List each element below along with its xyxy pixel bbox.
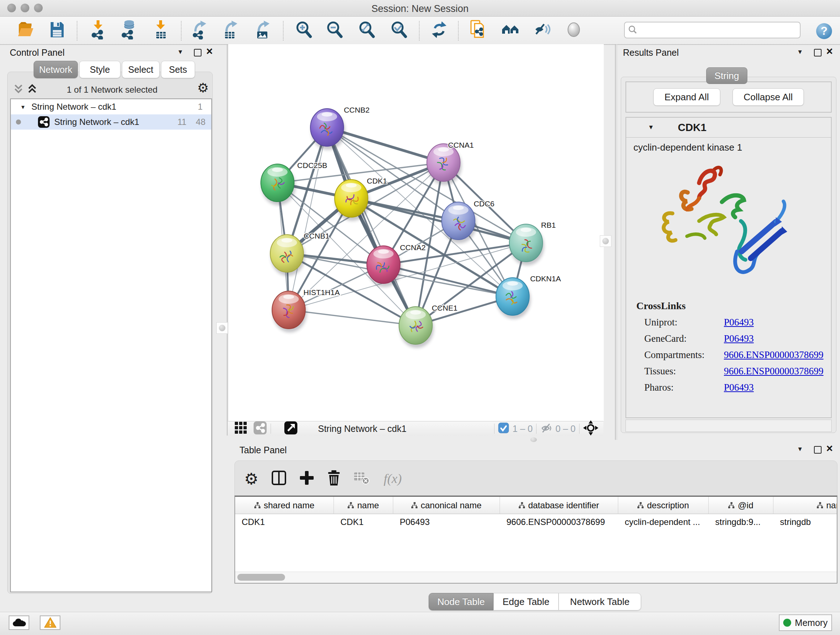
selected-nodes-checkbox[interactable] (498, 423, 509, 435)
function-builder-button[interactable]: f(x) (384, 471, 401, 486)
network-row-selected[interactable]: String Network – cdk1 11 48 (11, 114, 211, 130)
left-splitter-handle[interactable] (216, 322, 228, 334)
network-canvas[interactable]: CCNB2CCNA1CDC25BCDK1CDC6RB1CCNB1CCNA2CDK… (228, 44, 604, 421)
zoom-in-button[interactable] (294, 18, 314, 41)
network-edge[interactable] (351, 198, 526, 243)
network-node-cdkn1a[interactable]: CDKN1A (496, 274, 561, 319)
right-splitter[interactable] (615, 44, 616, 440)
hide-selected-button[interactable] (532, 18, 553, 41)
collapse-all-button[interactable]: Collapse All (733, 88, 804, 106)
column-header-name[interactable]: name (334, 497, 393, 514)
network-from-document-button[interactable] (468, 18, 488, 41)
disclosure-triangle-icon[interactable]: ▼ (648, 124, 654, 131)
export-image-button[interactable] (253, 18, 273, 41)
expand-all-networks-button[interactable] (27, 84, 38, 95)
zoom-selected-button[interactable] (389, 18, 409, 41)
refresh-button[interactable] (429, 18, 449, 41)
column-header-id[interactable]: @id (709, 497, 774, 514)
collapse-all-networks-button[interactable] (13, 84, 24, 95)
network-node-cdc25b[interactable]: CDC25B (261, 161, 327, 205)
show-selected-button[interactable] (564, 18, 584, 41)
export-network-button[interactable] (189, 18, 210, 41)
results-scrollbar-track[interactable] (625, 420, 832, 432)
float-control-panel-button[interactable] (194, 49, 202, 57)
compartments-link[interactable]: 9606.ENSP00000378699 (724, 349, 823, 361)
tab-network[interactable]: Network (34, 61, 78, 78)
table-hscrollbar-thumb[interactable] (237, 574, 285, 581)
column-header-database-identifier[interactable]: database identifier (500, 497, 618, 514)
birdseye-toggle-button[interactable] (284, 421, 298, 436)
close-results-panel-button[interactable]: × (826, 48, 833, 55)
network-node-hist1h1a[interactable]: HIST1H1A (272, 288, 340, 333)
show-columns-button[interactable] (271, 470, 286, 486)
column-header-shared-name[interactable]: shared name (235, 497, 334, 514)
float-table-panel-button[interactable] (814, 446, 821, 454)
network-edge[interactable] (289, 310, 416, 325)
import-table-button[interactable] (150, 18, 171, 41)
table-cell[interactable]: stringdb (774, 514, 837, 530)
expand-all-button[interactable]: Expand All (653, 88, 720, 106)
right-splitter-handle[interactable] (600, 235, 611, 247)
zoom-out-button[interactable] (325, 18, 345, 41)
network-node-ccna1[interactable]: CCNA1 (427, 141, 474, 185)
help-button[interactable]: ? (815, 22, 833, 41)
network-node-ccna2[interactable]: CCNA2 (367, 243, 426, 287)
tab-style[interactable]: Style (79, 61, 120, 78)
float-results-panel-button[interactable] (814, 49, 821, 57)
open-session-button[interactable] (15, 18, 35, 41)
network-edge[interactable] (327, 127, 416, 325)
add-column-button[interactable] (300, 470, 314, 486)
collapse-control-panel-button[interactable]: ▼ (177, 49, 183, 56)
tab-edge-table[interactable]: Edge Table (493, 593, 559, 610)
network-node-ccnb2[interactable]: CCNB2 (310, 106, 370, 150)
zoom-fit-button[interactable] (357, 18, 377, 41)
table-cell[interactable]: cyclin-dependent ... (618, 514, 709, 530)
import-network-database-button[interactable] (118, 18, 139, 41)
cloud-status-button[interactable] (9, 616, 29, 630)
table-cell[interactable]: 9606.ENSP00000378699 (500, 514, 618, 530)
uniprot-link[interactable]: P06493 (724, 317, 754, 328)
fit-content-button[interactable] (583, 420, 598, 437)
home-button[interactable] (500, 18, 521, 41)
close-control-panel-button[interactable]: × (206, 48, 213, 55)
tissues-link[interactable]: 9606.ENSP00000378699 (724, 366, 823, 377)
network-graph[interactable]: CCNB2CCNA1CDC25BCDK1CDC6RB1CCNB1CCNA2CDK… (228, 44, 604, 421)
grid-view-button[interactable] (234, 421, 248, 436)
save-session-button[interactable] (47, 18, 67, 41)
results-tab-string[interactable]: String (706, 67, 747, 84)
gene-header-row[interactable]: ▼ CDK1 (626, 118, 831, 138)
table-cell[interactable]: stringdb:9... (709, 514, 774, 530)
collapse-results-panel-button[interactable]: ▼ (797, 49, 803, 56)
network-edge[interactable] (289, 127, 327, 310)
warnings-button[interactable] (40, 616, 60, 630)
disclosure-triangle-icon[interactable]: ▼ (20, 104, 26, 110)
column-header-description[interactable]: description (618, 497, 709, 514)
column-header-namespace[interactable]: namespace (774, 497, 837, 514)
bottom-splitter-handle[interactable] (531, 437, 537, 442)
delete-column-button[interactable] (327, 470, 341, 487)
genecard-link[interactable]: P06493 (724, 333, 754, 344)
collapse-table-panel-button[interactable]: ▼ (797, 446, 803, 453)
network-options-gear-button[interactable]: ⚙ (197, 80, 209, 95)
tab-select[interactable]: Select (122, 61, 159, 78)
share-view-button[interactable] (253, 421, 267, 436)
table-cell[interactable]: CDK1 (334, 514, 393, 530)
search-input[interactable] (638, 25, 800, 35)
close-table-panel-button[interactable]: × (826, 445, 833, 452)
network-node-cdc6[interactable]: CDC6 (442, 200, 494, 243)
network-node-rb1[interactable]: RB1 (509, 221, 556, 265)
left-splitter[interactable] (227, 44, 227, 435)
table-hscrollbar-track[interactable] (235, 572, 837, 583)
tab-sets[interactable]: Sets (161, 61, 195, 78)
import-network-file-button[interactable] (88, 18, 108, 41)
table-cell[interactable]: CDK1 (235, 514, 334, 530)
pharos-link[interactable]: P06493 (724, 382, 754, 393)
tab-node-table[interactable]: Node Table (429, 593, 493, 610)
memory-button[interactable]: Memory (779, 614, 832, 631)
table-cell[interactable]: P06493 (393, 514, 500, 530)
column-header-canonical-name[interactable]: canonical name (393, 497, 500, 514)
tab-network-table[interactable]: Network Table (559, 593, 641, 610)
export-table-button[interactable] (220, 18, 240, 41)
delete-table-button[interactable] (354, 471, 370, 486)
hidden-items-indicator[interactable] (540, 423, 553, 435)
